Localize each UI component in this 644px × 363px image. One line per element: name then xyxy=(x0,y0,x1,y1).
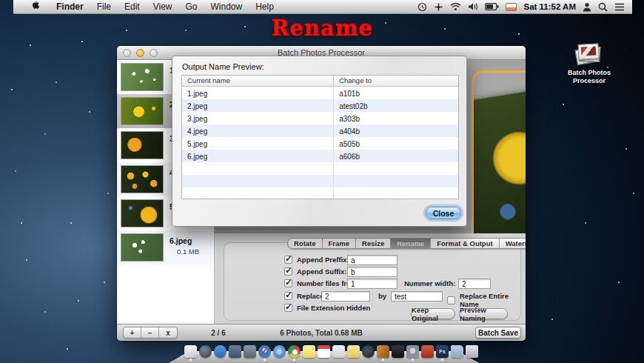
cell-current-name: 4.jpeg xyxy=(182,124,334,137)
append-suffix-checkbox[interactable] xyxy=(284,267,292,276)
menu-item-file[interactable]: File xyxy=(90,0,118,13)
dock-icon-reminders[interactable] xyxy=(332,345,345,358)
ext-hidden-checkbox[interactable] xyxy=(284,304,292,312)
tab-watermark[interactable]: Watermark xyxy=(500,239,526,248)
dock-icon-folder[interactable] xyxy=(451,345,463,358)
dock-icon-mail[interactable] xyxy=(229,345,241,358)
menu-clock[interactable]: Sat 11:52 AM xyxy=(523,2,576,11)
preview-naming-button[interactable]: Preview Naming xyxy=(459,308,508,319)
column-change-to[interactable]: Change to xyxy=(334,76,458,86)
menu-item-help[interactable]: Help xyxy=(249,0,281,13)
table-row[interactable]: 4.jpega404b xyxy=(182,124,458,137)
table-row[interactable]: 3.jpega303b xyxy=(182,112,458,124)
user-icon[interactable] xyxy=(583,2,591,12)
dock-icon-preview[interactable] xyxy=(244,345,256,358)
dock-icon-terminal[interactable] xyxy=(392,345,404,358)
dock-icon-prefs[interactable] xyxy=(406,345,419,358)
photo-preview-image[interactable] xyxy=(472,82,526,233)
dock-icon-safari[interactable] xyxy=(258,345,271,358)
table-row[interactable]: 5.jpega505b xyxy=(182,137,458,150)
menu-item-window[interactable]: Window xyxy=(204,0,249,13)
wallpaper-title: Rename xyxy=(271,16,373,41)
notification-list-icon[interactable] xyxy=(614,3,625,11)
append-prefix-checkbox[interactable] xyxy=(284,256,292,264)
replace-row: Replace xyxy=(284,292,323,300)
photo-thumbnail[interactable] xyxy=(121,165,164,193)
tab-resize[interactable]: Resize xyxy=(356,239,391,248)
number-from-field[interactable]: 1 xyxy=(347,279,398,289)
menu-item-go[interactable]: Go xyxy=(179,0,204,13)
photo-thumbnail[interactable] xyxy=(121,199,164,227)
number-width-label: Nummer width: xyxy=(404,279,455,287)
replace-entire-checkbox[interactable] xyxy=(447,296,455,304)
photo-thumbnail[interactable] xyxy=(121,63,164,91)
photo-stack-icon xyxy=(574,43,604,67)
desktop: Finder FileEditViewGoWindowHelp Sat 11:5… xyxy=(0,0,644,363)
dock-icon-atmail[interactable]: @ xyxy=(273,345,286,358)
menu-items: Finder FileEditViewGoWindowHelp xyxy=(13,0,281,13)
keep-original-button[interactable]: Keep Original xyxy=(411,308,455,319)
dock-icon-appstore[interactable] xyxy=(214,345,227,358)
photo-list-item[interactable]: 6.jpeg0.1 MB xyxy=(117,230,214,264)
photo-thumbnail[interactable] xyxy=(121,131,164,159)
minimize-window-icon[interactable] xyxy=(136,49,144,57)
dock-icon-textedit[interactable] xyxy=(184,345,197,358)
traffic-lights xyxy=(123,49,158,57)
apple-menu-icon[interactable] xyxy=(31,0,50,13)
photo-thumbnail[interactable] xyxy=(121,97,164,125)
dock-icon-photoshop[interactable]: Ps xyxy=(436,345,449,358)
dock-icon-calendar[interactable]: 22 xyxy=(318,345,330,358)
zoom-window-icon[interactable] xyxy=(150,49,158,57)
table-row[interactable]: 1.jpega101b xyxy=(182,87,458,99)
column-current-name[interactable]: Current name xyxy=(182,76,334,86)
wifi-icon[interactable] xyxy=(450,2,461,11)
append-suffix-field[interactable]: b xyxy=(347,267,398,277)
input-source-flag-icon[interactable] xyxy=(506,3,517,11)
menu-bar: Finder FileEditViewGoWindowHelp Sat 11:5… xyxy=(13,0,632,14)
number-from-checkbox[interactable] xyxy=(284,279,292,287)
dock-icon-launchpad[interactable] xyxy=(199,345,212,358)
replace-find-field[interactable]: 2 xyxy=(321,291,370,302)
batch-save-button[interactable]: Batch Save xyxy=(475,327,521,339)
dock-icon-trash[interactable] xyxy=(466,345,478,358)
accessibility-icon[interactable] xyxy=(434,2,443,12)
table-header: Current name Change to xyxy=(182,76,458,87)
dock-icon-photos[interactable] xyxy=(377,345,389,358)
time-machine-icon[interactable] xyxy=(417,2,427,12)
tab-frame[interactable]: Frame xyxy=(323,239,357,248)
photo-filename: 6.jpeg xyxy=(170,236,199,245)
desktop-icon-label: Batch Photos Processor xyxy=(561,69,617,85)
desktop-icon-batch-photos-processor[interactable]: Batch Photos Processor xyxy=(561,43,617,85)
tab-format-output[interactable]: Format & Output xyxy=(431,239,499,248)
number-width-field[interactable]: 2 xyxy=(458,279,491,289)
append-prefix-field[interactable]: a xyxy=(347,255,398,265)
dock-icon-chrome[interactable] xyxy=(288,345,301,358)
tool-tabs: RotateFrameResizeRenameFormat & OutputWa… xyxy=(287,238,526,249)
table-row[interactable] xyxy=(182,187,458,199)
volume-icon[interactable] xyxy=(468,2,478,11)
spotlight-icon[interactable] xyxy=(598,2,608,12)
close-dialog-button[interactable]: Close xyxy=(426,207,461,219)
table-row[interactable] xyxy=(182,162,458,175)
photo-thumbnail[interactable] xyxy=(121,233,164,262)
tab-rename[interactable]: Rename xyxy=(391,239,431,248)
close-window-icon[interactable] xyxy=(123,49,131,57)
replace-checkbox[interactable] xyxy=(284,292,292,300)
cell-current-name: 6.jpeg xyxy=(182,150,334,162)
output-name-preview-dialog: Output Name Preview: Current name Change… xyxy=(172,56,467,227)
cell-change-to xyxy=(334,187,458,199)
tab-rotate[interactable]: Rotate xyxy=(288,239,323,248)
table-row[interactable]: 6.jpega606b xyxy=(182,150,458,162)
dock-icon-stickies[interactable] xyxy=(303,345,315,358)
table-row[interactable]: 2.jpegatest02b xyxy=(182,99,458,112)
dock-icon-quicktime[interactable] xyxy=(362,345,375,358)
table-body: 1.jpega101b2.jpegatest02b3.jpega303b4.jp… xyxy=(182,87,458,199)
menu-item-view[interactable]: View xyxy=(147,0,179,13)
table-row[interactable] xyxy=(182,175,458,187)
dock-icon-notes[interactable] xyxy=(347,345,360,358)
menu-item-finder[interactable]: Finder xyxy=(50,0,90,13)
replace-with-field[interactable]: test xyxy=(391,291,443,302)
menu-item-edit[interactable]: Edit xyxy=(118,0,147,13)
battery-icon[interactable] xyxy=(485,3,499,10)
dock-icon-redapp[interactable] xyxy=(421,345,434,358)
